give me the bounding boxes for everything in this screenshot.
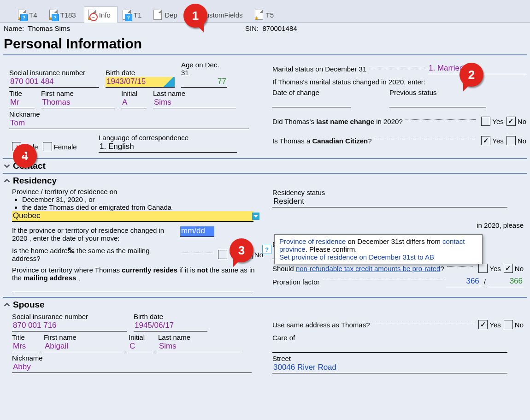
birthdate-field[interactable]: 1943/07/15 bbox=[106, 77, 175, 88]
careof-field[interactable] bbox=[272, 342, 507, 353]
sin-label: SIN: bbox=[245, 24, 259, 32]
file-star-stop-icon: ★– bbox=[88, 10, 96, 20]
initial-label: Initial bbox=[121, 89, 147, 97]
proration-factor-label: Proration factor bbox=[272, 278, 320, 286]
careof-label: Care of bbox=[272, 334, 507, 342]
name-label: Name: bbox=[4, 24, 24, 32]
tab-label: T4 bbox=[29, 11, 37, 19]
tab-label: T183 bbox=[60, 11, 76, 19]
nickname-field[interactable]: Tom bbox=[9, 118, 249, 129]
file-icon bbox=[153, 10, 162, 20]
lastname-change-no[interactable]: No bbox=[506, 117, 526, 126]
province-field[interactable]: Quebec bbox=[12, 211, 253, 222]
contact-section-header[interactable]: Contact bbox=[3, 158, 527, 173]
prorate-question: Should non-refundable tax credit amounts… bbox=[272, 265, 444, 272]
file-icon bbox=[189, 10, 198, 20]
chevron-up-icon bbox=[3, 177, 11, 185]
home-address-question: Is the home address the same as the mail… bbox=[12, 247, 178, 262]
tab-t4[interactable]: ★? T4 bbox=[14, 6, 44, 23]
birthdate-label: Birth date bbox=[106, 69, 175, 77]
title-label: Title bbox=[9, 89, 35, 97]
file-star-q-icon: ★? bbox=[49, 10, 58, 20]
lastname-label: Last name bbox=[153, 89, 236, 97]
residency-section-header[interactable]: Residency bbox=[3, 173, 527, 188]
tab-t183[interactable]: ★? T183 bbox=[45, 6, 83, 23]
tip-province-link[interactable]: Province of residence bbox=[279, 237, 346, 245]
tab-label: T1 bbox=[134, 11, 142, 19]
prorate-link[interactable]: non-refundable tax credit amounts be pro… bbox=[296, 265, 441, 272]
province-label: Province / territory of residence on bbox=[12, 188, 263, 195]
file-q-icon: ? bbox=[123, 10, 131, 20]
spouse-title-field[interactable]: Mrs bbox=[12, 342, 37, 352]
gender-female[interactable]: Female bbox=[43, 142, 77, 151]
lastname-field[interactable]: Sims bbox=[153, 98, 236, 108]
prorate-no[interactable]: No bbox=[504, 264, 524, 273]
home-address-no[interactable]: No bbox=[243, 250, 263, 259]
spouse-bd-field[interactable]: 1945/06/17 bbox=[134, 321, 207, 331]
tab-label: T5 bbox=[266, 11, 274, 19]
sin-field[interactable]: 870 001 484 bbox=[9, 77, 99, 88]
same-address-no[interactable]: No bbox=[504, 320, 524, 329]
file-star-icon: ★ bbox=[255, 10, 263, 20]
spouse-last-field[interactable]: Sims bbox=[158, 342, 241, 352]
province-warning-tooltip: Province of residence on December 31st d… bbox=[274, 234, 483, 264]
nr-hint: in 2020, please bbox=[272, 221, 524, 229]
tab-customfields[interactable]: CustomFields bbox=[185, 6, 250, 23]
spouse-sin-label: Social insurance number bbox=[12, 313, 127, 320]
tab-t5[interactable]: ★ T5 bbox=[251, 6, 281, 23]
prorate-yes[interactable]: Yes bbox=[478, 264, 501, 273]
tab-label: CustomFields bbox=[200, 11, 243, 19]
tab-info[interactable]: ★– Info bbox=[84, 6, 118, 23]
spouse-sin-field[interactable]: 870 001 716 bbox=[12, 321, 127, 331]
language-label: Language of correspondence bbox=[99, 134, 237, 142]
age-label: Age on Dec. 31 bbox=[181, 61, 227, 77]
previous-status-label: Previous status bbox=[389, 89, 486, 96]
tab-label: Dep bbox=[165, 11, 177, 19]
street-field[interactable]: 30046 River Road bbox=[272, 363, 507, 373]
province-bullets: December 31, 2020 , orthe date Thomas di… bbox=[12, 195, 263, 211]
province-change-date[interactable]: mm/dd bbox=[180, 226, 214, 237]
nickname-label: Nickname bbox=[9, 110, 249, 118]
citizen-no[interactable]: No bbox=[506, 136, 526, 145]
citizen-question: Is Thomas a Canadian Citizen? bbox=[272, 137, 372, 145]
page-title: Personal Information bbox=[4, 36, 526, 52]
spouse-nick-field[interactable]: Abby bbox=[12, 362, 252, 373]
tab-t1[interactable]: ? T1 bbox=[118, 6, 149, 23]
firstname-field[interactable]: Thomas bbox=[41, 98, 115, 108]
title-field[interactable]: Mr bbox=[9, 98, 35, 108]
residency-status-field[interactable]: Resident bbox=[272, 197, 507, 207]
language-field[interactable]: 1. English bbox=[99, 142, 237, 153]
home-address-yes[interactable]: Yes bbox=[218, 250, 240, 259]
citizen-yes[interactable]: Yes bbox=[481, 136, 503, 145]
sin-label: Social insurance number bbox=[9, 69, 99, 77]
marital-status-label: Marital status on December 31 bbox=[272, 65, 366, 73]
spouse-bd-label: Birth date bbox=[134, 313, 207, 320]
date-of-change-label: Date of change bbox=[272, 89, 351, 96]
current-province-label: Province or territory where Thomas curre… bbox=[12, 266, 263, 282]
proration-num[interactable]: 366 bbox=[446, 277, 480, 287]
proration-den: 366 bbox=[489, 277, 524, 287]
residency-status-label: Residency status bbox=[272, 189, 507, 196]
spouse-title-label: Title bbox=[12, 333, 37, 341]
record-header: Name: Thomas Sims SIN: 870001484 bbox=[0, 23, 530, 34]
date-of-change-field[interactable] bbox=[272, 97, 351, 107]
dropdown-icon[interactable] bbox=[252, 213, 259, 220]
name-value: Thomas Sims bbox=[28, 24, 70, 32]
initial-field[interactable]: A bbox=[121, 98, 147, 108]
current-province-field[interactable] bbox=[12, 282, 253, 292]
marital-status-field[interactable]: 1. Married bbox=[428, 64, 526, 74]
spouse-section-header[interactable]: Spouse bbox=[3, 297, 527, 312]
spouse-init-field[interactable]: C bbox=[129, 342, 152, 352]
tab-label: Info bbox=[99, 11, 111, 19]
spouse-first-field[interactable]: Abigail bbox=[44, 342, 122, 352]
tab-dep[interactable]: Dep bbox=[149, 6, 184, 23]
gender-male[interactable]: Male bbox=[12, 142, 38, 151]
lastname-change-question: Did Thomas's last name change in 2020? bbox=[272, 118, 403, 125]
lastname-change-yes[interactable]: Yes bbox=[481, 117, 503, 126]
tip-set-province-link[interactable]: Set province of residence on December 31… bbox=[279, 253, 434, 261]
help-icon[interactable]: ? bbox=[262, 245, 271, 254]
spouse-last-label: Last name bbox=[158, 333, 241, 341]
previous-status-field[interactable] bbox=[389, 97, 486, 107]
same-address-yes[interactable]: Yes bbox=[478, 320, 501, 329]
spouse-init-label: Initial bbox=[129, 333, 152, 341]
